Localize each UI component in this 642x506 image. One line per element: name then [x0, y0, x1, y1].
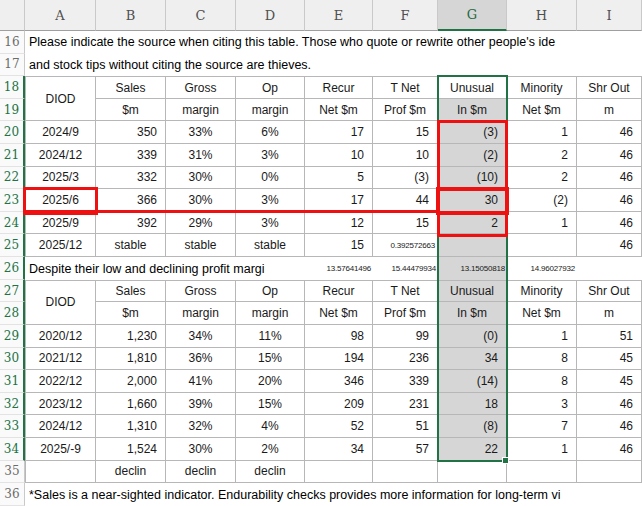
- cell-D30[interactable]: 15%: [236, 348, 305, 371]
- cell-D21[interactable]: 3%: [236, 144, 305, 167]
- cell-E30[interactable]: 194: [305, 348, 373, 371]
- row-header-26[interactable]: 26: [0, 257, 25, 280]
- cell-H21[interactable]: 2: [507, 144, 577, 167]
- cell-G20[interactable]: (3): [438, 121, 507, 144]
- cell-G29[interactable]: (0): [438, 325, 507, 348]
- cell-B27[interactable]: Sales: [96, 280, 166, 303]
- cell-B30[interactable]: 1,810: [96, 348, 166, 371]
- cell-B19[interactable]: $m: [96, 99, 166, 122]
- cell-F26[interactable]: 15.44479934: [373, 257, 438, 280]
- cell-B34[interactable]: 1,524: [96, 438, 166, 461]
- cell-B32[interactable]: 1,660: [96, 393, 166, 416]
- row-header-33[interactable]: 33: [0, 415, 25, 438]
- cell-C32[interactable]: 39%: [166, 393, 236, 416]
- column-header-E[interactable]: E: [305, 0, 373, 31]
- cell-H24[interactable]: 1: [507, 212, 577, 235]
- cell-H30[interactable]: 8: [507, 348, 577, 371]
- row-header-19[interactable]: 19: [0, 99, 25, 122]
- cell-I26[interactable]: [577, 257, 642, 280]
- cell-G30[interactable]: 34: [438, 348, 507, 371]
- note-row-16[interactable]: Please indicate the source when citing t…: [29, 31, 642, 53]
- cell-B20[interactable]: 350: [96, 121, 166, 144]
- cell-B21[interactable]: 339: [96, 144, 166, 167]
- cell-G32[interactable]: 18: [438, 393, 507, 416]
- cell-H35[interactable]: [507, 461, 577, 484]
- column-header-H[interactable]: H: [507, 0, 577, 31]
- cell-A34[interactable]: 2025/-9: [25, 438, 96, 461]
- cell-I31[interactable]: 45: [577, 370, 642, 393]
- cell-G25[interactable]: [438, 234, 507, 257]
- column-header-B[interactable]: B: [96, 0, 166, 31]
- cell-A32[interactable]: 2023/12: [25, 393, 96, 416]
- cell-G35[interactable]: [438, 461, 507, 484]
- cell-D23[interactable]: 3%: [236, 189, 305, 212]
- row-header-20[interactable]: 20: [0, 121, 25, 144]
- cell-B29[interactable]: 1,230: [96, 325, 166, 348]
- note-row-17[interactable]: and stock tips without citing the source…: [29, 54, 642, 76]
- cell-D24[interactable]: 3%: [236, 212, 305, 235]
- cell-F23[interactable]: 44: [373, 189, 438, 212]
- cell-I29[interactable]: 51: [577, 325, 642, 348]
- row-header-31[interactable]: 31: [0, 370, 25, 393]
- row-header-22[interactable]: 22: [0, 167, 25, 190]
- cell-C23[interactable]: 30%: [166, 189, 236, 212]
- cell-A35[interactable]: [25, 461, 96, 484]
- cell-H20[interactable]: 1: [507, 121, 577, 144]
- cell-C28[interactable]: margin: [166, 302, 236, 325]
- cell-D34[interactable]: 2%: [236, 438, 305, 461]
- cell-B33[interactable]: 1,310: [96, 415, 166, 438]
- cell-E31[interactable]: 346: [305, 370, 373, 393]
- cell-D35[interactable]: declin: [236, 461, 305, 484]
- cell-F32[interactable]: 231: [373, 393, 438, 416]
- row-header-23[interactable]: 23: [0, 189, 25, 212]
- cell-D19[interactable]: margin: [236, 99, 305, 122]
- cell-H29[interactable]: 1: [507, 325, 577, 348]
- cell-A31[interactable]: 2022/12: [25, 370, 96, 393]
- cell-B18[interactable]: Sales: [96, 76, 166, 99]
- cell-F29[interactable]: 99: [373, 325, 438, 348]
- cell-G27[interactable]: Unusual: [438, 280, 507, 303]
- cell-E28[interactable]: Net $m: [305, 302, 373, 325]
- cell-B28[interactable]: $m: [96, 302, 166, 325]
- cell-H32[interactable]: 3: [507, 393, 577, 416]
- row-header-36[interactable]: 36: [0, 483, 25, 506]
- cell-F27[interactable]: T Net: [373, 280, 438, 303]
- cell-G24[interactable]: 2: [438, 212, 507, 235]
- cell-D32[interactable]: 15%: [236, 393, 305, 416]
- cell-D33[interactable]: 4%: [236, 415, 305, 438]
- row-header-21[interactable]: 21: [0, 144, 25, 167]
- row-header-17[interactable]: 17: [0, 54, 25, 77]
- cell-I28[interactable]: m: [577, 302, 642, 325]
- cell-E35[interactable]: [305, 461, 373, 484]
- cell-E33[interactable]: 52: [305, 415, 373, 438]
- cell-I18[interactable]: Shr Out: [577, 76, 642, 99]
- cell-I22[interactable]: 46: [577, 167, 642, 190]
- cell-H22[interactable]: 2: [507, 167, 577, 190]
- cell-B25[interactable]: stable: [96, 234, 166, 257]
- cell-G26[interactable]: 13.15050818: [438, 257, 507, 280]
- row-header-16[interactable]: 16: [0, 31, 25, 54]
- cell-F19[interactable]: Prof $m: [373, 99, 438, 122]
- cell-H25[interactable]: [507, 234, 577, 257]
- cell-F34[interactable]: 57: [373, 438, 438, 461]
- cell-E24[interactable]: 12: [305, 212, 373, 235]
- column-header-G[interactable]: G: [438, 0, 507, 31]
- cell-F28[interactable]: Prof $m: [373, 302, 438, 325]
- cell-E27[interactable]: Recur: [305, 280, 373, 303]
- cell-H26[interactable]: 14.96027932: [507, 257, 577, 280]
- cell-I20[interactable]: 46: [577, 121, 642, 144]
- cell-B24[interactable]: 392: [96, 212, 166, 235]
- cell-G18[interactable]: Unusual: [438, 76, 507, 99]
- cell-I25[interactable]: 46: [577, 234, 642, 257]
- cell-C19[interactable]: margin: [166, 99, 236, 122]
- cell-E32[interactable]: 209: [305, 393, 373, 416]
- cell-C35[interactable]: declin: [166, 461, 236, 484]
- cell-I19[interactable]: m: [577, 99, 642, 122]
- cell-E19[interactable]: Net $m: [305, 99, 373, 122]
- row-header-32[interactable]: 32: [0, 393, 25, 416]
- cell-D28[interactable]: margin: [236, 302, 305, 325]
- cell-A25[interactable]: 2025/12: [25, 234, 96, 257]
- cell-D29[interactable]: 11%: [236, 325, 305, 348]
- cell-I27[interactable]: Shr Out: [577, 280, 642, 303]
- cell-C18[interactable]: Gross: [166, 76, 236, 99]
